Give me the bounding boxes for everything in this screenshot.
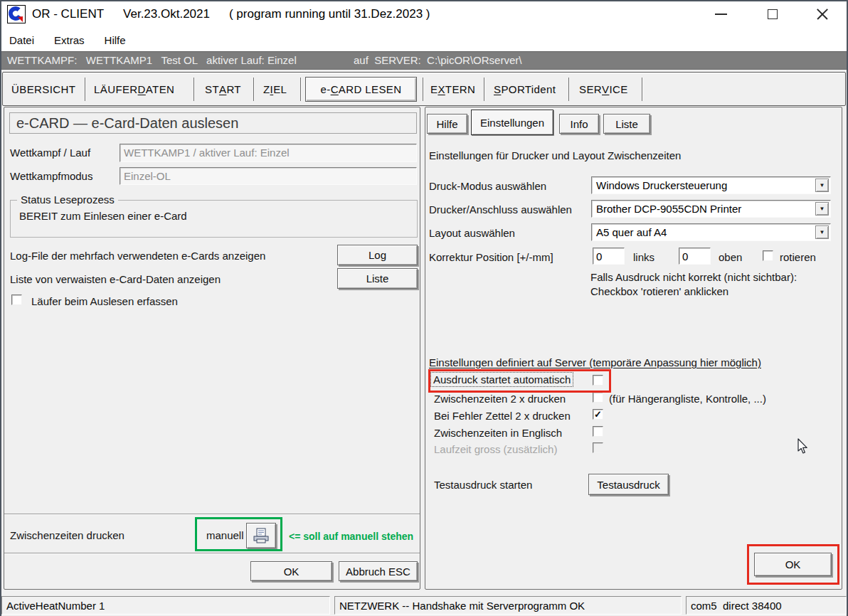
druckmodus-wert: manuell <box>206 529 244 541</box>
settings-subtitle: Einstellungen für Drucker und Layout Zwi… <box>429 149 681 161</box>
zwischenzeiten-drucken-label: Zwischenzeiten drucken <box>10 529 124 541</box>
rotieren-checkbox[interactable] <box>763 250 773 261</box>
druck-modus-select[interactable]: Windows Druckersteuerung ▼ <box>591 176 831 194</box>
title-bar: OR - CLIENTVer.23.Okt.2021( program runn… <box>0 0 848 28</box>
hint-line-1: Falls Ausdruck nicht korrekt (nicht sich… <box>590 271 797 283</box>
server-settings-heading: Einstellungen definiert auf Server (temp… <box>429 356 761 368</box>
laufzeit-gross-checkbox <box>593 442 603 453</box>
nav-liste-button[interactable]: Liste <box>603 114 650 134</box>
minimize-icon <box>715 14 727 15</box>
englisch-label: Zwischenzeiten in Englisch <box>434 427 562 439</box>
close-button[interactable] <box>806 0 839 28</box>
close-icon <box>816 8 829 21</box>
tab-divider <box>568 78 569 101</box>
layout-select[interactable]: A5 quer auf A4 ▼ <box>591 223 831 241</box>
wettkampf-lauf-label: Wettkampf / Lauf <box>10 147 90 159</box>
layout-label: Layout auswählen <box>429 227 515 239</box>
dropdown-arrow-icon[interactable]: ▼ <box>815 225 829 239</box>
window-border-top <box>0 0 848 1</box>
app-name: OR - CLIENT <box>32 7 104 21</box>
rotieren-label: rotieren <box>780 251 816 263</box>
links-label: links <box>633 251 654 263</box>
liste-button[interactable]: Liste <box>337 268 418 289</box>
tab-divider <box>484 78 484 101</box>
menu-item-extras[interactable]: Extras <box>54 34 85 46</box>
maximize-button[interactable] <box>756 0 789 28</box>
ausdruck-automatisch-checkbox[interactable] <box>593 375 603 386</box>
tab-divider <box>642 78 642 101</box>
status-leseprozess-legend: Status Leseprozess <box>17 193 118 206</box>
laeufer-erfassen-label: Läufer beim Auslesen erfassen <box>31 295 178 307</box>
wettkampfmodus-field: Einzel-OL <box>120 167 417 185</box>
korrektur-links-input[interactable] <box>593 248 625 265</box>
menu-bar: Datei Extras Hilfe <box>0 28 848 51</box>
app-note: ( program running until 31.Dez.2023 ) <box>229 7 430 21</box>
app-icon[interactable] <box>7 5 26 23</box>
status-leseprozess-text: BEREIT zum Einlesen einer e-Card <box>19 210 187 222</box>
drucker-anschluss-label: Drucker/Anschluss auswählen <box>429 203 572 216</box>
englisch-checkbox[interactable] <box>593 426 603 437</box>
korrektur-position-label: Korrektur Position [+/-mm] <box>429 251 553 263</box>
tab-divider <box>194 78 194 101</box>
testausdruck-label: Testausdruck starten <box>434 479 532 491</box>
dropdown-arrow-icon[interactable]: ▼ <box>815 179 829 192</box>
verwaiste-liste-label: Liste von verwaisten e-Card-Daten anzeig… <box>10 273 221 285</box>
right-ok-button[interactable]: OK <box>754 553 832 576</box>
nav-einstellungen-button[interactable]: Einstellungen <box>471 110 553 135</box>
competition-info-bar: WETTKAMPF: WETTKAMP1 Test OL aktiver Lau… <box>0 51 848 70</box>
left-ok-button[interactable]: OK <box>250 561 332 581</box>
tab-divider <box>300 78 301 101</box>
tab-extern[interactable]: EXTERN <box>430 73 475 105</box>
ausdruck-automatisch-label: Ausdruck startet automatisch <box>431 373 573 386</box>
menu-item-hilfe[interactable]: Hilfe <box>105 34 126 46</box>
main-tab-strip: ÜBERSICHT LÄUFERDATEN START ZIEL e-CARD … <box>2 72 846 106</box>
tab-ecard-lesen[interactable]: e-CARD LESEN <box>305 77 417 102</box>
tab-ziel[interactable]: ZIEL <box>263 73 287 105</box>
tab-uebersicht[interactable]: ÜBERSICHT <box>11 73 75 105</box>
ecard-panel-title: e-CARD — e-Card-Daten auslesen <box>9 112 417 134</box>
status-leseprozess-group: Status Leseprozess BEREIT zum Einlesen e… <box>10 200 418 238</box>
logfile-label: Log-File der mehrfach verwendeten e-Card… <box>10 250 265 262</box>
tab-divider <box>253 78 254 101</box>
server-path: auf SERVER: C:\picOR\ORserver\ <box>354 54 521 66</box>
drucker-anschluss-select[interactable]: Brother DCP-9055CDN Printer ▼ <box>591 200 831 218</box>
testausdruck-button[interactable]: Testausdruck <box>588 474 669 495</box>
laufzeit-gross-label: Laufzeit gross (zusätzlich) <box>434 443 557 455</box>
app-version: Ver.23.Okt.2021 <box>123 7 210 21</box>
tab-service[interactable]: SERVICE <box>579 73 628 105</box>
tab-start[interactable]: START <box>205 73 241 105</box>
menu-item-datei[interactable]: Datei <box>9 34 34 46</box>
nav-hilfe-button[interactable]: Hilfe <box>427 114 467 134</box>
divider <box>4 553 420 554</box>
maximize-icon <box>768 9 778 19</box>
laeufer-erfassen-checkbox[interactable] <box>11 294 22 305</box>
tab-laeuferdaten[interactable]: LÄUFERDATEN <box>94 73 174 105</box>
zwischenzeiten-2x-checkbox[interactable] <box>593 392 603 403</box>
dropdown-arrow-icon[interactable]: ▼ <box>815 202 829 216</box>
tab-divider <box>85 78 85 101</box>
fehler-zettel-2x-checkbox[interactable]: ✓ <box>593 409 603 420</box>
abbruch-esc-button[interactable]: Abbruch ESC <box>339 561 418 581</box>
nav-info-button[interactable]: Info <box>559 114 599 134</box>
print-mode-button[interactable] <box>246 523 276 548</box>
window-border-left <box>0 0 1 616</box>
status-network: NETZWERK -- Handshake mit Serverprogramm… <box>334 596 682 615</box>
tab-sportident[interactable]: SPORTident <box>494 73 556 105</box>
zwischenzeiten-2x-note: (für Hängerangliste, Kontrolle, ...) <box>609 393 766 405</box>
divider <box>4 514 420 515</box>
oben-label: oben <box>719 251 742 263</box>
fehler-zettel-2x-label: Bei Fehler Zettel 2 x drucken <box>434 410 571 422</box>
status-heat-number: ActiveHeatNumber 1 <box>1 596 330 615</box>
hint-line-2: Checkbox 'rotieren' anklicken <box>590 285 728 297</box>
competition-info: WETTKAMPF: WETTKAMP1 Test OL aktiver Lau… <box>7 54 297 66</box>
zwischenzeiten-2x-label: Zwischenzeiten 2 x drucken <box>434 393 566 405</box>
wettkampfmodus-label: Wettkampfmodus <box>10 170 92 182</box>
status-com-port: com5 direct 38400 <box>686 596 847 615</box>
window-title: OR - CLIENTVer.23.Okt.2021( program runn… <box>32 0 430 28</box>
minimize-button[interactable] <box>704 0 737 28</box>
log-button[interactable]: Log <box>337 245 418 265</box>
green-annotation-text: <= soll auf manuell stehen <box>289 531 413 542</box>
tab-divider <box>423 78 423 101</box>
printer-icon <box>253 528 270 544</box>
korrektur-oben-input[interactable] <box>679 248 711 265</box>
